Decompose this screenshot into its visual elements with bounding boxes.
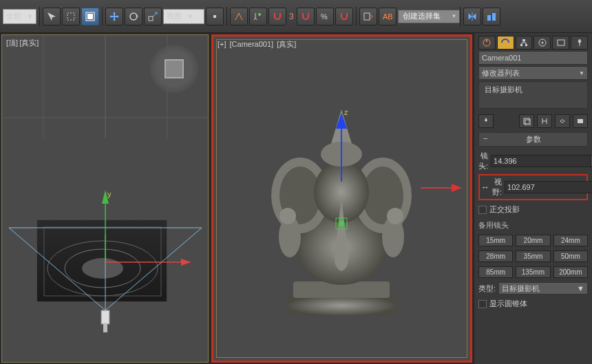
viewports: [顶][真实]	[0, 33, 474, 364]
tab-display[interactable]	[552, 36, 569, 50]
align-tool[interactable]	[483, 8, 500, 25]
viewport-camera[interactable]: [+] [Camera001] [真实]	[211, 34, 472, 363]
scope-select[interactable]: 全部 ▼	[3, 9, 36, 24]
lens-row: 镜头: ▲▼ mm	[478, 151, 588, 171]
svg-point-24	[82, 258, 123, 279]
viewcube-face[interactable]	[165, 59, 184, 78]
svg-point-6	[258, 13, 261, 16]
lens-value[interactable]	[491, 156, 591, 167]
show-end-result[interactable]	[519, 114, 534, 128]
tab-modify[interactable]	[497, 36, 514, 50]
lens-50[interactable]: 50mm	[553, 250, 588, 262]
svg-rect-36	[103, 324, 107, 332]
fov-label: 视野:	[492, 177, 502, 197]
lens-15[interactable]: 15mm	[478, 235, 513, 246]
lens-35[interactable]: 35mm	[516, 250, 550, 262]
remove-modifier[interactable]	[555, 114, 570, 128]
lens-20[interactable]: 20mm	[516, 235, 550, 246]
make-unique[interactable]	[537, 114, 552, 128]
rotate-tool[interactable]	[125, 8, 142, 25]
svg-rect-66	[578, 119, 583, 123]
checkbox[interactable]	[478, 300, 487, 308]
configure-sets[interactable]	[573, 114, 588, 128]
ortho-check[interactable]: 正交投影	[478, 204, 588, 215]
svg-rect-10	[487, 15, 491, 21]
pivot-tool[interactable]	[206, 8, 224, 25]
abc-tool[interactable]: ABC	[379, 8, 397, 25]
lens-row-2: 28mm 35mm 50mm	[478, 250, 588, 262]
svg-rect-60	[525, 44, 527, 46]
lens-label: 镜头:	[478, 151, 488, 171]
snap-toggle[interactable]	[268, 8, 286, 25]
x-axis-arrow	[421, 181, 462, 195]
viewcube[interactable]	[150, 45, 198, 93]
fov-direction-icon[interactable]: ↔	[481, 182, 489, 192]
modifier-stack[interactable]: 目标摄影机	[478, 81, 588, 109]
chevron-down-icon: ▼	[452, 13, 457, 19]
lens-24[interactable]: 24mm	[553, 235, 588, 246]
move-tool[interactable]	[105, 8, 123, 25]
fov-value[interactable]	[505, 182, 592, 193]
spinner-snap[interactable]	[335, 8, 353, 25]
scope-label: 全部	[6, 11, 21, 21]
viewport-top[interactable]: [顶][真实]	[1, 34, 209, 363]
svg-rect-65	[525, 120, 531, 125]
svg-point-54	[339, 221, 344, 226]
arrow-tool[interactable]	[43, 8, 61, 25]
stock-lenses-label: 备用镜头	[478, 220, 588, 231]
svg-marker-33	[102, 190, 109, 204]
percent-snap[interactable]: %	[316, 8, 334, 25]
marquee-tool[interactable]	[62, 8, 80, 25]
statue-render: z	[252, 75, 431, 323]
tab-create[interactable]	[478, 36, 496, 50]
svg-rect-4	[149, 17, 153, 21]
stack-toolbar	[478, 114, 588, 128]
lens-spinner[interactable]: ▲▼	[491, 155, 592, 167]
window-tool[interactable]	[81, 8, 99, 25]
object-name-field[interactable]: Camera001	[478, 51, 588, 65]
svg-text:%: %	[321, 12, 328, 21]
lens-row-1: 15mm 20mm 24mm	[478, 235, 588, 246]
svg-marker-31	[181, 259, 191, 266]
main-toolbar: 全部 ▼ 视图 ▼ 3 % ABC ▼	[0, 0, 592, 33]
svg-rect-63	[558, 40, 564, 45]
pin-stack[interactable]	[478, 114, 494, 128]
show-cone-check[interactable]: 显示圆锥体	[478, 299, 588, 309]
keyboard-tool[interactable]	[249, 8, 267, 25]
viewport-label: [+] [Camera001] [真实]	[218, 39, 297, 50]
selection-set-input[interactable]	[398, 10, 460, 23]
svg-rect-59	[520, 44, 522, 46]
ref-coord-select[interactable]: 视图 ▼	[163, 9, 204, 24]
tab-hierarchy[interactable]	[516, 36, 533, 50]
chevron-down-icon: ▼	[577, 284, 584, 292]
lens-200[interactable]: 200mm	[553, 266, 588, 278]
type-row: 类型: 目标摄影机 ▼	[478, 282, 588, 295]
fov-spinner[interactable]: ▲▼	[505, 181, 592, 193]
svg-rect-35	[101, 310, 109, 324]
type-select[interactable]: 目标摄影机 ▼	[498, 282, 588, 295]
checkbox[interactable]	[478, 206, 487, 214]
lens-28[interactable]: 28mm	[478, 250, 513, 262]
lens-135[interactable]: 135mm	[516, 266, 550, 278]
angle-snap[interactable]	[297, 8, 315, 25]
modifier-list-select[interactable]: 修改器列表 ▼	[478, 66, 588, 80]
svg-rect-0	[67, 13, 74, 20]
svg-text:z: z	[344, 108, 348, 116]
tab-utilities[interactable]	[571, 36, 588, 50]
ref-coord-label: 视图	[167, 11, 182, 21]
svg-rect-37	[286, 295, 397, 316]
scale-tool[interactable]	[144, 8, 162, 25]
show-cone-label: 显示圆锥体	[489, 299, 527, 309]
mirror-tool[interactable]	[463, 8, 481, 25]
svg-point-48	[279, 208, 296, 224]
lens-85[interactable]: 85mm	[478, 266, 513, 278]
rollout-parameters[interactable]: 参数	[478, 132, 588, 147]
type-label: 类型:	[478, 283, 496, 294]
select-manipulate[interactable]	[230, 8, 248, 25]
tab-motion[interactable]	[533, 36, 551, 50]
svg-text:ABC: ABC	[383, 12, 393, 21]
rollout-title: 参数	[526, 135, 541, 143]
lens-row-3: 85mm 135mm 200mm	[478, 266, 588, 278]
main-area: [顶][真实]	[0, 33, 592, 364]
edit-named-sel[interactable]	[359, 8, 377, 25]
